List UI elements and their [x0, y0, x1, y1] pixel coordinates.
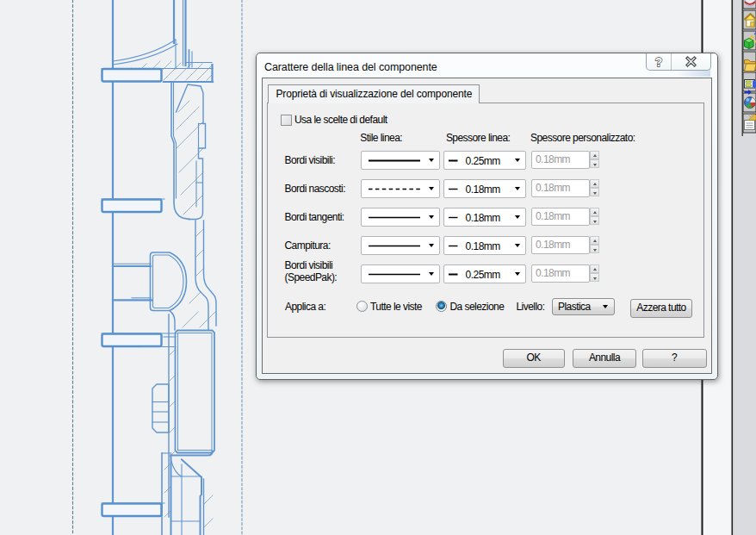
svg-text:0.18mm: 0.18mm — [465, 240, 500, 252]
svg-text:0.25mm: 0.25mm — [465, 268, 500, 280]
svg-text:0.18mm: 0.18mm — [465, 183, 500, 195]
svg-text:?: ? — [655, 55, 663, 69]
svg-text:0.25mm: 0.25mm — [465, 154, 500, 166]
svg-text:0.18mm: 0.18mm — [465, 211, 500, 223]
